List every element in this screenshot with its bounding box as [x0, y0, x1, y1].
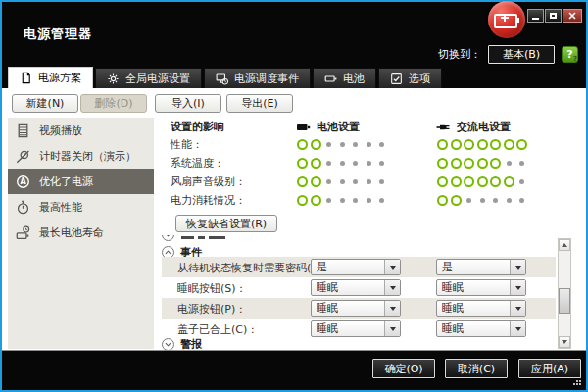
scroll-down-button[interactable] — [559, 336, 570, 348]
dropdown-arrow-button[interactable] — [510, 321, 525, 336]
apply-button[interactable]: 应用(A) — [518, 359, 581, 378]
dropdown-value: 睡眠 — [317, 281, 338, 294]
import-button[interactable]: 导入(I) — [155, 94, 221, 113]
event-row-label: 盖子已合上(C)： — [177, 322, 258, 337]
restore-defaults-button[interactable]: 恢复缺省设置(R) — [175, 215, 277, 232]
sleep-button-action-ac-dropdown[interactable]: 睡眠 — [436, 279, 526, 296]
dropdown-arrow-button[interactable] — [510, 301, 525, 316]
rating-dot-empty — [340, 179, 345, 184]
resume-password-ac-dropdown[interactable]: 是 — [436, 259, 526, 275]
switch-basic-button[interactable]: 基本(B) — [488, 45, 555, 64]
scrollbar-thumb[interactable] — [559, 288, 570, 314]
svg-text:A: A — [20, 177, 26, 186]
dropdown-arrow-button[interactable] — [510, 280, 525, 295]
resize-grip[interactable] — [573, 377, 581, 385]
rating-dot-empty — [379, 142, 384, 147]
chevron-down-icon — [390, 307, 396, 311]
power-plan-list: 视频播放计时器关闭（演示）A优化了电源最高性能最长电池寿命 — [8, 118, 154, 349]
rating-dot-empty — [340, 198, 345, 203]
rating-dot-empty — [353, 161, 358, 166]
resume-password-battery-dropdown[interactable]: 是 — [311, 259, 401, 275]
tab-label: 全局电源设置 — [125, 72, 190, 86]
tab-options[interactable]: 选项 — [378, 68, 442, 88]
scroll-up-button[interactable] — [559, 239, 570, 251]
rating-dot-empty — [326, 161, 331, 166]
tab-label: 电池 — [343, 72, 365, 86]
gear-icon — [107, 73, 120, 85]
power-button-action-ac-dropdown[interactable]: 睡眠 — [436, 300, 526, 317]
rating-dot-filled — [516, 139, 527, 150]
optimized-power-icon: A — [16, 174, 30, 189]
plan-label: 优化了电源 — [39, 174, 93, 189]
rating-dot-empty — [466, 198, 471, 203]
plan-label: 最高性能 — [39, 200, 82, 215]
help-icon[interactable]: ?? — [562, 46, 578, 63]
plan-max-performance[interactable]: 最高性能 — [8, 194, 154, 220]
export-button[interactable]: 导出(E) — [226, 94, 293, 113]
plan-timers-off[interactable]: 计时器关闭（演示） — [8, 143, 154, 169]
close-button[interactable] — [563, 9, 582, 23]
tab-label: 电源方案 — [38, 71, 81, 85]
rating-dot-filled — [451, 176, 462, 187]
chevron-down-icon — [515, 266, 521, 270]
plan-video-playback[interactable]: 视频播放 — [8, 118, 154, 143]
cancel-button[interactable]: 取消(C) — [445, 359, 508, 378]
chevron-down-icon[interactable] — [162, 235, 174, 241]
switch-to-label: 切换到： — [438, 47, 481, 62]
lid-closed-action-ac-dropdown[interactable]: 睡眠 — [436, 320, 526, 337]
plan-power-optimized[interactable]: A优化了电源 — [8, 169, 154, 194]
vertical-scrollbar[interactable] — [558, 238, 571, 349]
chevron-down-icon — [390, 266, 396, 270]
event-row: 盖子已合上(C)：睡眠 睡眠 — [162, 318, 556, 339]
dropdown-arrow-button[interactable] — [384, 280, 400, 295]
new-button[interactable]: 新建(N) — [12, 94, 78, 113]
rating-dot-empty — [519, 161, 524, 166]
rating-dot-empty — [507, 198, 512, 203]
dropdown-arrow-button[interactable] — [510, 260, 525, 274]
timer-off-icon — [16, 149, 30, 164]
dropdown-value: 睡眠 — [317, 302, 338, 315]
chevron-down-icon[interactable] — [162, 338, 174, 351]
tab-power-schedule-events[interactable]: 电源调度事件 — [204, 68, 311, 88]
rating-dot-filled — [464, 139, 474, 150]
minimize-button[interactable] — [527, 9, 544, 23]
dropdown-arrow-button[interactable] — [384, 321, 400, 336]
event-row: 电源按钮(P)：睡眠 睡眠 — [162, 298, 556, 318]
chevron-down-icon — [390, 327, 396, 331]
tab-battery[interactable]: 电池 — [313, 68, 376, 88]
rating-dot-filled — [477, 158, 488, 169]
content-panel: 新建(N)删除(D)导入(I)导出(E) 视频播放计时器关闭（演示）A优化了电源… — [2, 88, 586, 351]
rating-dot-empty — [379, 179, 384, 184]
dropdown-value: 是 — [442, 261, 453, 273]
battery-column-header: 电池设置 — [296, 120, 360, 134]
maximize-button[interactable] — [545, 9, 562, 23]
help-sub-icon: ? — [573, 55, 577, 63]
tab-power-plans[interactable]: 电源方案 — [8, 67, 93, 88]
battery-rating-dots — [296, 194, 389, 208]
rating-dot-filled — [490, 176, 501, 187]
logo-plus-icon — [504, 14, 506, 22]
rating-dot-filled — [490, 158, 501, 169]
battery-rating-dots — [296, 157, 389, 171]
rating-dot-empty — [340, 142, 345, 147]
app-window: 电源管理器 切换到： 基本(B) ?? 电源方案全局电源设置电源调度事件电池选项… — [0, 0, 588, 392]
dropdown-value: 睡眠 — [442, 281, 464, 294]
tab-global-power-settings[interactable]: 全局电源设置 — [95, 68, 202, 88]
maximize-icon — [550, 13, 557, 19]
power-button-action-battery-dropdown[interactable]: 睡眠 — [311, 300, 401, 317]
battery-rating-dots — [296, 138, 389, 152]
sleep-button-action-battery-dropdown[interactable]: 睡眠 — [311, 279, 401, 296]
rating-dot-empty — [507, 161, 512, 166]
impact-row-label: 系统温度： — [171, 156, 224, 171]
dropdown-arrow-button[interactable] — [384, 301, 400, 316]
tab-bar: 电源方案全局电源设置电源调度事件电池选项 — [8, 67, 442, 88]
window-controls — [527, 9, 582, 23]
lid-closed-action-battery-dropdown[interactable]: 睡眠 — [311, 320, 401, 337]
ok-button[interactable]: 确定(O) — [372, 359, 435, 378]
rating-dot-filled — [297, 139, 308, 150]
plan-max-battery-life[interactable]: 最长电池寿命 — [8, 220, 154, 245]
arrow-down-icon — [562, 340, 567, 344]
partially-scrolled-section — [162, 235, 456, 243]
dropdown-arrow-button[interactable] — [384, 260, 400, 274]
rating-dot-filled — [297, 195, 308, 206]
